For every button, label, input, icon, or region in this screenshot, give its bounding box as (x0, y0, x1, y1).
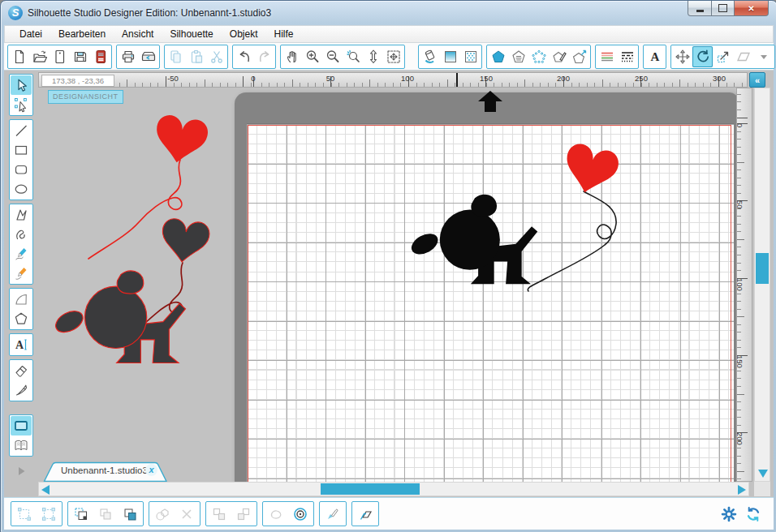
scroll-down-icon[interactable] (758, 470, 768, 478)
zoom-out-button[interactable] (322, 46, 343, 67)
select-tool[interactable] (11, 75, 32, 95)
store-view-tool[interactable] (11, 461, 32, 481)
scroll-right-icon[interactable] (738, 485, 746, 495)
rounded-rectangle-icon (13, 161, 29, 178)
line-color-pentagon-button[interactable] (488, 46, 508, 67)
edit-points-tool[interactable] (11, 95, 32, 114)
line-style-pentagon-button[interactable] (508, 46, 528, 67)
zoom-in-button[interactable] (302, 46, 322, 67)
drag-zoom-button[interactable] (363, 46, 383, 67)
zoom-selection-button[interactable] (343, 46, 363, 67)
save-button[interactable] (70, 46, 90, 67)
line-color-swatches-button[interactable] (597, 46, 617, 67)
vertical-scrollbar-thumb[interactable] (756, 253, 769, 284)
design-view-tool[interactable] (11, 416, 32, 435)
collapse-panel-button[interactable]: « (749, 72, 765, 88)
scroll-left-icon[interactable] (41, 485, 50, 495)
title-bar[interactable]: S Silhouette Studio Designer Edition: Un… (1, 1, 776, 25)
curve-shape-tool[interactable] (11, 225, 32, 244)
scale-button[interactable] (713, 46, 733, 67)
move-button[interactable] (672, 46, 692, 67)
point-edit-pentagon-button[interactable] (528, 46, 549, 67)
rotate-button[interactable] (692, 46, 713, 67)
bring-to-front-button[interactable] (69, 503, 93, 525)
rectangle-tool[interactable] (11, 140, 32, 160)
copy-button[interactable] (166, 46, 186, 67)
move-forward-button[interactable] (93, 503, 118, 525)
menu-bearbeiten[interactable]: Bearbeiten (50, 26, 114, 42)
layers-button[interactable] (353, 503, 377, 525)
registration-marks-button[interactable] (288, 503, 313, 525)
menu-ansicht[interactable]: Ansicht (114, 26, 162, 42)
offpage-artwork[interactable] (52, 113, 211, 363)
menu-datei[interactable]: Datei (11, 26, 50, 42)
horizontal-scrollbar-thumb[interactable] (321, 483, 420, 495)
sketch-pencil-tool[interactable] (11, 244, 32, 264)
sync-icon[interactable] (744, 505, 762, 523)
rounded-rectangle-tool[interactable] (11, 160, 32, 179)
horizontal-ruler[interactable]: -50050100150200250300 173,38 , -23,36 (38, 72, 748, 88)
library-button[interactable] (90, 46, 110, 67)
ungroup-button[interactable] (37, 503, 61, 525)
print-button[interactable] (118, 46, 138, 67)
page-settings-button[interactable] (50, 46, 70, 67)
vertical-ruler[interactable]: 050100150200 (736, 88, 752, 482)
modify-button[interactable] (264, 503, 288, 525)
menu-silhouette[interactable]: Silhouette (162, 26, 221, 42)
gray-balloon-string (129, 263, 183, 327)
undo-button[interactable] (234, 46, 254, 67)
minimize-button[interactable] (688, 1, 712, 16)
line-tool[interactable] (11, 121, 32, 140)
delete-button[interactable] (175, 503, 199, 525)
pan-button[interactable] (282, 46, 302, 67)
zoom-out-icon (325, 49, 341, 65)
more-dropdown-button[interactable] (753, 46, 774, 67)
menu-objekt[interactable]: Objekt (222, 26, 266, 42)
text-tool-group: A (9, 333, 33, 356)
ellipse-tool[interactable] (11, 179, 32, 199)
shear-button[interactable] (733, 46, 753, 67)
send-to-back-button[interactable] (118, 503, 142, 525)
fit-to-page-button[interactable] (383, 46, 403, 67)
fill-color-button[interactable] (420, 46, 440, 67)
gradient-fill-button[interactable] (440, 46, 460, 67)
sketch-pentagon-button[interactable] (549, 46, 569, 67)
replicate-right-button[interactable] (231, 503, 256, 525)
horizontal-scrollbar[interactable] (38, 482, 749, 496)
menu-hilfe[interactable]: Hilfe (265, 26, 301, 42)
group-button[interactable] (12, 503, 37, 525)
close-button[interactable]: ✕ (735, 1, 769, 16)
vertical-scrollbar[interactable] (754, 88, 770, 482)
cut-button[interactable] (206, 46, 226, 67)
shear-icon (735, 49, 752, 65)
order-tools (67, 501, 144, 526)
document-tab[interactable]: Unbenannt-1.studio3 x (43, 461, 173, 482)
arc-tool[interactable] (11, 290, 32, 309)
paste-button[interactable] (186, 46, 206, 67)
document-tab-close-button[interactable]: x (145, 464, 157, 476)
settings-gear-icon[interactable] (720, 505, 738, 523)
replicate-left-button[interactable] (207, 503, 231, 525)
restore-button[interactable] (712, 1, 735, 16)
offset-pentagon-button[interactable] (569, 46, 589, 67)
pattern-fill-button[interactable] (460, 46, 481, 67)
design-page[interactable] (247, 123, 734, 482)
view-tools-group (9, 414, 33, 457)
text-style-button[interactable]: A (645, 46, 665, 67)
knife-tool[interactable] (11, 380, 32, 400)
pick-fill-button[interactable] (321, 503, 345, 525)
send-to-silhouette-button[interactable] (138, 46, 158, 67)
regular-polygon-tool[interactable] (11, 309, 32, 328)
design-canvas-area[interactable]: DESIGNANSICHT Unbenannt-1.studio3 x (38, 88, 736, 482)
new-document-button[interactable] (9, 46, 29, 67)
modify-icon (268, 506, 284, 522)
weld-button[interactable] (150, 503, 175, 525)
eraser-tool[interactable] (11, 361, 32, 380)
redo-button[interactable] (254, 46, 274, 67)
polygon-tool[interactable] (11, 205, 32, 225)
text-tool[interactable]: A (11, 335, 32, 354)
line-style-dashes-button[interactable] (617, 46, 637, 67)
open-file-button[interactable] (29, 46, 50, 67)
freehand-pencil-tool[interactable] (11, 264, 32, 283)
library-view-tool[interactable] (11, 435, 32, 455)
